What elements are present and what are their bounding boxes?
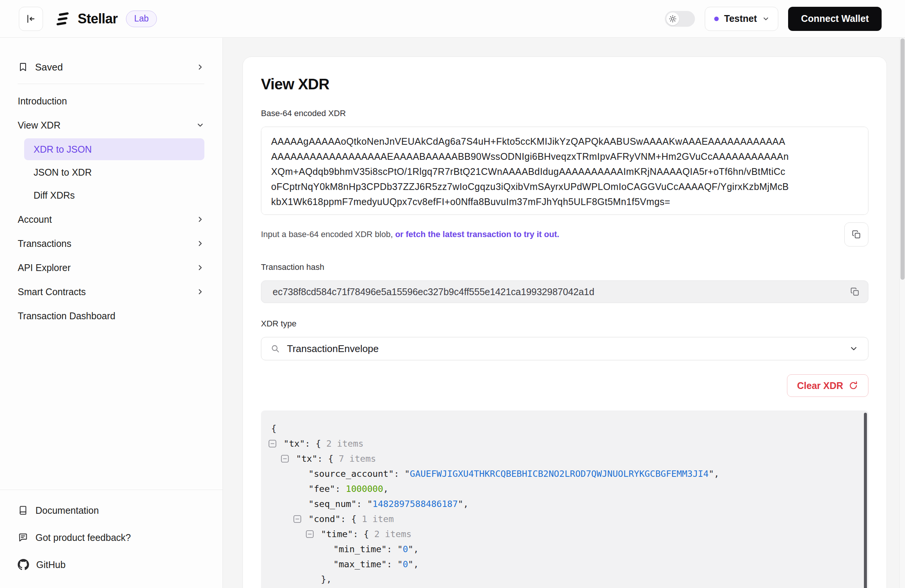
sidebar-footer-label: Got product feedback? [35,532,131,543]
json-line: { [271,421,859,436]
sidebar-item-label: JSON to XDR [33,167,92,178]
json-line: "tx": { 2 items [271,436,859,451]
json-line: "min_time": "0", [271,542,859,557]
chevron-right-icon [196,263,204,272]
sidebar-item-label: Introduction [18,96,67,107]
sidebar-footer-label: GitHub [36,559,66,570]
chevron-right-icon [196,63,204,71]
chevron-down-icon [196,121,204,129]
sidebar-item-transaction-dashboard[interactable]: Transaction Dashboard [18,304,204,328]
sidebar-item-feedback[interactable]: Got product feedback? [18,524,204,551]
sidebar-item-label: Transaction Dashboard [18,311,115,322]
sidebar-item-api-explorer[interactable]: API Explorer [18,255,204,280]
json-scrollbar-thumb[interactable] [864,413,867,588]
search-icon [270,344,280,353]
stellar-logo-icon [54,10,71,28]
json-line: "source_account": "GAUEFWJIGXU4THKRCQBEB… [271,466,859,481]
header: Stellar Lab Testnet [0,0,905,38]
transaction-hash-field[interactable]: ec738f8cd584c71f78496e5a15596ec327b9c4ff… [261,281,868,303]
collapse-minus-icon[interactable] [268,440,276,448]
xdr-input[interactable] [261,127,868,215]
chevron-right-icon [196,215,204,223]
network-label: Testnet [724,13,757,24]
sidebar-item-label: Saved [35,62,63,73]
sidebar-divider [18,84,204,84]
sidebar-item-documentation[interactable]: Documentation [18,497,204,524]
sidebar-item-label: Smart Contracts [18,287,86,297]
transaction-hash-label: Transaction hash [261,262,868,272]
xdr-type-select[interactable]: TransactionEnvelope [261,337,868,360]
sidebar-item-smart-contracts[interactable]: Smart Contracts [18,280,204,304]
collapse-minus-icon[interactable] [294,515,301,523]
chevron-down-icon [849,344,858,353]
sidebar-item-saved[interactable]: Saved [18,55,204,79]
copy-icon [850,287,860,296]
copy-icon [851,230,861,239]
sidebar-item-transactions[interactable]: Transactions [18,231,204,255]
connect-wallet-button[interactable]: Connect Wallet [788,7,882,31]
collapse-sidebar-button[interactable] [19,7,43,31]
view-xdr-card: View XDR Base-64 encoded XDR Input a bas… [243,57,887,588]
sidebar-item-label: Transactions [18,238,71,249]
json-tree: {"tx": { 2 items"tx": { 7 items"source_a… [271,421,859,588]
main-content: View XDR Base-64 encoded XDR Input a bas… [223,38,905,588]
page-scrollbar-thumb[interactable] [900,38,905,280]
xdr-type-value: TransactionEnvelope [287,343,379,355]
sidebar-item-xdr-to-json[interactable]: XDR to JSON [24,138,204,160]
sidebar-item-label: View XDR [18,120,60,131]
collapse-sidebar-icon [25,14,36,24]
sidebar-item-label: API Explorer [18,262,70,273]
collapse-minus-icon[interactable] [306,530,314,538]
json-line: }, [271,572,859,587]
network-status-dot [714,17,719,21]
sidebar-item-label: XDR to JSON [33,144,92,155]
json-line: "max_time": "0", [271,557,859,572]
refresh-icon [848,381,858,390]
brand[interactable]: Stellar Lab [54,10,157,28]
sidebar: Saved Introduction View XDR XDR to [0,38,223,588]
chevron-right-icon [196,239,204,248]
brand-name: Stellar [78,11,117,27]
xdr-helper-text: Input a base-64 encoded XDR blob, or fet… [261,230,559,239]
network-select[interactable]: Testnet [705,7,778,31]
json-line: "time": { 2 items [271,526,859,542]
fetch-latest-transaction-link[interactable]: or fetch the latest transaction to try i… [395,230,559,239]
collapse-minus-icon[interactable] [281,455,289,463]
book-icon [18,505,28,516]
sidebar-item-label: Diff XDRs [33,190,75,201]
json-line: "seq_num": "1482897588486187", [271,496,859,512]
json-viewer: {"tx": { 2 items"tx": { 7 items"source_a… [261,410,868,588]
lab-badge: Lab [126,11,157,27]
xdr-type-label: XDR type [261,319,868,329]
sidebar-item-github[interactable]: GitHub [18,551,204,578]
sidebar-item-json-to-xdr[interactable]: JSON to XDR [24,161,204,183]
page-title: View XDR [261,76,868,93]
json-line: "fee": 1000000, [271,481,859,496]
theme-toggle[interactable] [665,11,695,27]
sidebar-item-diff-xdrs[interactable]: Diff XDRs [24,184,204,206]
copy-hash-button[interactable] [850,287,860,296]
chevron-down-icon [762,15,770,23]
sidebar-item-label: Account [18,214,52,225]
chevron-right-icon [196,288,204,296]
sidebar-item-account[interactable]: Account [18,207,204,231]
saved-icon [18,62,28,72]
sidebar-item-view-xdr[interactable]: View XDR [18,113,204,137]
json-line: "tx": { 7 items [271,451,859,466]
copy-xdr-button[interactable] [844,222,868,247]
sidebar-footer: Documentation Got product feedback? [0,490,222,588]
sun-icon [666,13,679,25]
github-icon [18,559,29,570]
sidebar-footer-label: Documentation [35,505,99,516]
clear-xdr-button[interactable]: Clear XDR [787,374,868,397]
xdr-input-label: Base-64 encoded XDR [261,109,868,118]
app-window: Stellar Lab Testnet [0,0,905,588]
json-line: "cond": { 1 item [271,512,859,526]
feedback-icon [18,532,28,543]
sidebar-item-introduction[interactable]: Introduction [18,89,204,113]
transaction-hash-value: ec738f8cd584c71f78496e5a15596ec327b9c4ff… [273,287,594,297]
page-scrollbar[interactable] [899,38,905,588]
